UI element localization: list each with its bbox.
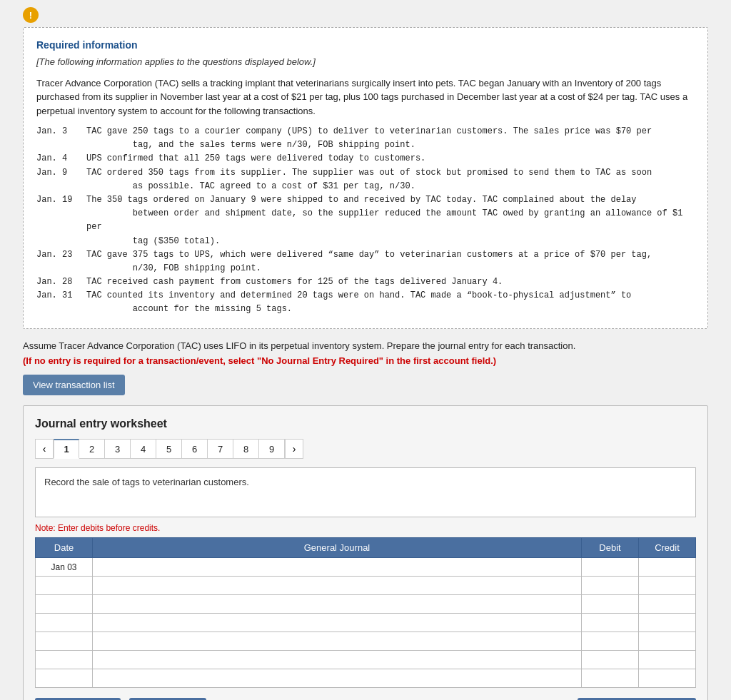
debit-cell-4[interactable] <box>582 614 639 632</box>
alert-icon: ! <box>23 7 39 23</box>
gj-input-7[interactable] <box>93 669 581 687</box>
info-intro: Tracer Advance Corporation (TAC) sells a… <box>36 76 695 118</box>
transaction-text-6: TAC received cash payment from customers… <box>86 275 695 289</box>
date-cell-7 <box>36 669 93 688</box>
debit-cell-5[interactable] <box>582 632 639 651</box>
table-row <box>36 595 696 614</box>
credit-input-1[interactable] <box>639 558 695 576</box>
debit-cell-1[interactable] <box>582 558 639 577</box>
credit-cell-5[interactable] <box>639 632 696 651</box>
tab-2[interactable]: 2 <box>79 439 105 459</box>
credit-cell-4[interactable] <box>639 614 696 632</box>
credit-input-3[interactable] <box>639 595 695 613</box>
gj-cell-2[interactable] <box>93 577 582 595</box>
credit-input-6[interactable] <box>639 651 695 669</box>
gj-cell-5[interactable] <box>93 632 582 651</box>
table-row <box>36 651 696 669</box>
gj-input-5[interactable] <box>93 632 581 650</box>
transaction-row-4: Jan. 19 The 350 tags ordered on January … <box>36 193 695 248</box>
gj-input-2[interactable] <box>93 577 581 594</box>
tab-6[interactable]: 6 <box>182 439 208 459</box>
debit-input-1[interactable] <box>582 558 638 576</box>
transaction-row-7: Jan. 31 TAC counted its inventory and de… <box>36 289 695 316</box>
tab-1[interactable]: 1 <box>54 439 79 459</box>
gj-cell-4[interactable] <box>93 614 582 632</box>
credit-input-2[interactable] <box>639 577 695 594</box>
worksheet-title: Journal entry worksheet <box>35 417 696 430</box>
gj-input-3[interactable] <box>93 595 581 613</box>
journal-table: Date General Journal Debit Credit Jan 03 <box>35 537 696 688</box>
tab-next-arrow[interactable]: › <box>285 439 303 459</box>
tab-prev-arrow[interactable]: ‹ <box>35 439 54 459</box>
tab-9[interactable]: 9 <box>259 439 285 459</box>
instruction-text: Record the sale of tags to veterinarian … <box>44 477 249 487</box>
credit-input-7[interactable] <box>639 669 695 687</box>
transactions-list: Jan. 3 TAC gave 250 tags to a courier co… <box>36 125 695 317</box>
credit-cell-7[interactable] <box>639 669 696 688</box>
transaction-date-7: Jan. 31 <box>36 289 86 316</box>
date-cell-6 <box>36 651 93 669</box>
view-transaction-button[interactable]: View transaction list <box>23 375 125 395</box>
red-note: (If no entry is required for a transacti… <box>23 355 708 366</box>
credit-cell-1[interactable] <box>639 558 696 577</box>
date-cell-3 <box>36 595 93 614</box>
credit-input-4[interactable] <box>639 614 695 631</box>
table-row <box>36 632 696 651</box>
transaction-row-6: Jan. 28 TAC received cash payment from c… <box>36 275 695 289</box>
debit-input-4[interactable] <box>582 614 638 631</box>
transaction-date-3: Jan. 9 <box>36 166 86 193</box>
credit-cell-6[interactable] <box>639 651 696 669</box>
transaction-date-4: Jan. 19 <box>36 193 86 248</box>
credit-cell-3[interactable] <box>639 595 696 614</box>
tab-8[interactable]: 8 <box>233 439 259 459</box>
table-row <box>36 614 696 632</box>
date-cell-2 <box>36 577 93 595</box>
debit-cell-7[interactable] <box>582 669 639 688</box>
gj-input-6[interactable] <box>93 651 581 669</box>
gj-cell-1[interactable] <box>93 558 582 577</box>
transaction-row-1: Jan. 3 TAC gave 250 tags to a courier co… <box>36 125 695 152</box>
transaction-row-2: Jan. 4 UPS confirmed that all 250 tags w… <box>36 152 695 166</box>
transaction-text-3: TAC ordered 350 tags from its supplier. … <box>86 166 695 193</box>
credit-cell-2[interactable] <box>639 577 696 595</box>
debit-cell-6[interactable] <box>582 651 639 669</box>
note-text: Note: Enter debits before credits. <box>35 523 696 533</box>
transaction-text-5: TAC gave 375 tags to UPS, which were del… <box>86 248 695 275</box>
transaction-row-5: Jan. 23 TAC gave 375 tags to UPS, which … <box>36 248 695 275</box>
date-cell-5 <box>36 632 93 651</box>
tab-4[interactable]: 4 <box>131 439 156 459</box>
debit-cell-2[interactable] <box>582 577 639 595</box>
gj-input-1[interactable] <box>93 558 581 576</box>
debit-input-5[interactable] <box>582 632 638 650</box>
debit-input-6[interactable] <box>582 651 638 669</box>
table-row <box>36 669 696 688</box>
debit-input-3[interactable] <box>582 595 638 613</box>
transaction-row-3: Jan. 9 TAC ordered 350 tags from its sup… <box>36 166 695 193</box>
credit-input-5[interactable] <box>639 632 695 650</box>
transaction-date-5: Jan. 23 <box>36 248 86 275</box>
tab-3[interactable]: 3 <box>105 439 131 459</box>
debit-cell-3[interactable] <box>582 595 639 614</box>
header-date: Date <box>36 538 93 558</box>
header-debit: Debit <box>582 538 639 558</box>
gj-cell-3[interactable] <box>93 595 582 614</box>
tab-5[interactable]: 5 <box>156 439 182 459</box>
transaction-date-6: Jan. 28 <box>36 275 86 289</box>
transaction-date-1: Jan. 3 <box>36 125 86 152</box>
tab-7[interactable]: 7 <box>208 439 233 459</box>
date-cell-1: Jan 03 <box>36 558 93 577</box>
info-box: Required information [The following info… <box>23 27 708 329</box>
header-credit: Credit <box>639 538 696 558</box>
debit-input-2[interactable] <box>582 577 638 594</box>
debit-input-7[interactable] <box>582 669 638 687</box>
tab-navigation: ‹ 1 2 3 4 5 6 7 8 9 › <box>35 439 696 459</box>
gj-cell-6[interactable] <box>93 651 582 669</box>
transaction-date-2: Jan. 4 <box>36 152 86 166</box>
info-subtitle: [The following information applies to th… <box>36 55 695 69</box>
question-text: Assume Tracer Advance Corporation (TAC) … <box>23 339 708 353</box>
header-general-journal: General Journal <box>93 538 582 558</box>
transaction-text-4: The 350 tags ordered on January 9 were s… <box>86 193 695 248</box>
gj-cell-7[interactable] <box>93 669 582 688</box>
info-title: Required information <box>36 39 695 51</box>
gj-input-4[interactable] <box>93 614 581 631</box>
